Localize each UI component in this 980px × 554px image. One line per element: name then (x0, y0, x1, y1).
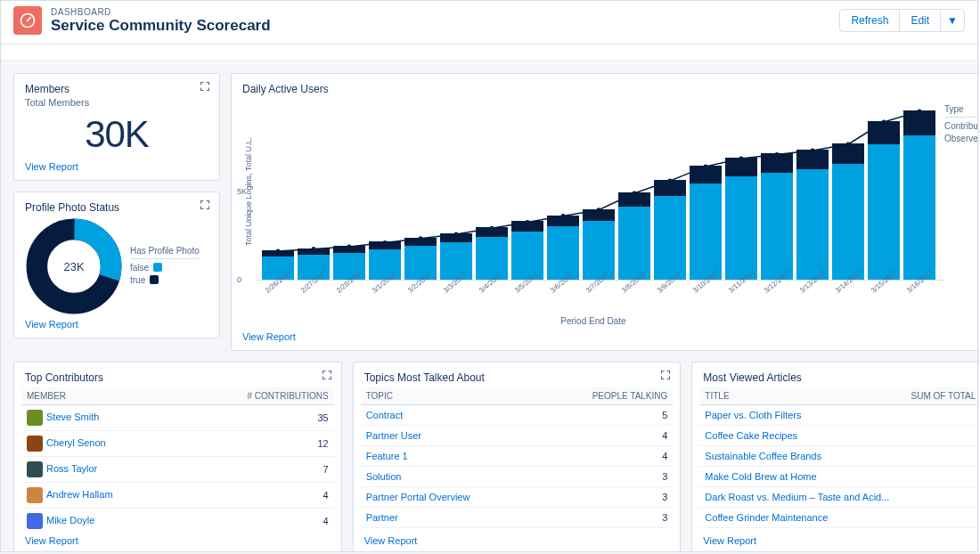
refresh-button[interactable]: Refresh (839, 9, 900, 32)
row-link[interactable]: Mike Doyle (46, 515, 94, 525)
row-value: 3 (539, 528, 673, 533)
topics-table: TOPIC PEOPLE TALKING Contract5Partner Us… (361, 387, 674, 532)
contributors-table: MEMBER # CONTRIBUTIONS Steve Smith35Cher… (21, 387, 334, 532)
bar-column (868, 121, 900, 280)
dau-card: Daily Active Users Total Unique Logins, … (231, 73, 978, 351)
table-row: Make Cold Brew at Home8 (699, 467, 978, 487)
row-value: 6 (902, 528, 978, 533)
row-link[interactable]: Ross Taylor (46, 463, 97, 474)
view-report-link[interactable]: View Report (242, 331, 296, 342)
row-value: 8 (902, 467, 978, 487)
x-axis-labels: 2/26/20172/27/20172/28/20173/1/20173/2/2… (242, 281, 944, 297)
row-value: 35 (185, 405, 334, 431)
avatar (27, 461, 43, 477)
table-row: Cheryl Senon12 (21, 431, 334, 457)
expand-icon[interactable] (660, 370, 671, 383)
row-link[interactable]: Partner User (366, 430, 421, 441)
row-value: 14 (902, 405, 978, 426)
row-link[interactable]: Andrew Hallam (46, 489, 113, 500)
donut-center-value: 23K (63, 260, 84, 273)
expand-icon[interactable] (200, 200, 210, 213)
legend-title: Type (944, 104, 978, 118)
x-axis-title: Period End Date (242, 316, 944, 326)
row-link[interactable]: Cheryl Senon (46, 437, 106, 448)
row-value: 8 (902, 487, 978, 508)
row-link[interactable]: Dark Roast vs. Medium – Taste and Acid..… (705, 492, 889, 502)
donut-legend: Has Profile Photo false true (130, 246, 200, 288)
expand-icon[interactable] (322, 370, 332, 383)
col-topic: TOPIC (361, 387, 539, 405)
row-value: 14 (902, 426, 978, 446)
view-report-link[interactable]: View Report (25, 161, 78, 172)
table-row: Partner3 (361, 508, 674, 528)
bar-legend: Type Contributor Observer (944, 104, 978, 143)
table-row: Contract5 (361, 405, 674, 426)
row-link[interactable]: Partner Portal Overview (366, 492, 470, 502)
members-card: Members Total Members 30K View Report (13, 73, 220, 181)
edit-button[interactable]: Edit (899, 9, 941, 32)
dashboard-icon (13, 6, 42, 35)
view-report-link[interactable]: View Report (703, 535, 978, 546)
legend-title: Has Profile Photo (130, 246, 200, 259)
donut-chart: 23K (25, 217, 123, 315)
articles-title: Most Viewed Articles (703, 371, 978, 384)
bar-column (725, 158, 757, 280)
avatar (27, 513, 43, 529)
header-label: DASHBOARD (51, 7, 839, 17)
articles-table: TITLE SUM OF TOTAL VIEWS Paper vs. Cloth… (699, 387, 978, 532)
bar-column (832, 143, 864, 280)
table-row: Dark Roast vs. Medium – Taste and Acid..… (699, 487, 978, 508)
row-link[interactable]: Sustainable Coffee Brands (705, 451, 821, 461)
caret-down-icon: ▼ (947, 14, 958, 27)
row-link[interactable]: Partner (366, 512, 398, 523)
expand-icon[interactable] (200, 81, 210, 94)
members-subtitle: Total Members (25, 97, 208, 108)
col-article-title: TITLE (699, 387, 902, 405)
table-row: Andrew Hallam4 (21, 483, 334, 509)
row-link[interactable]: Steve Smith (46, 411, 99, 422)
bar-column (761, 153, 793, 280)
bar-column (903, 110, 935, 280)
topics-title: Topics Most Talked About (364, 371, 670, 384)
col-member: MEMBER (21, 387, 185, 405)
table-row: Coffee Grinder Maintenance8 (699, 508, 978, 528)
y-tick-zero: 0 (237, 275, 241, 284)
row-link[interactable]: Coffee Cake Recipes (705, 430, 797, 441)
row-value: 3 (539, 487, 673, 508)
table-row: MArketing3 (361, 528, 674, 533)
y-tick: 5K (237, 187, 247, 196)
svg-point-1 (27, 20, 29, 22)
profile-photo-card: Profile Photo Status 23K Has Profile Pho… (13, 191, 220, 338)
table-row: Partner User4 (361, 426, 674, 446)
row-link[interactable]: Make Cold Brew at Home (705, 471, 816, 482)
bar-column (796, 150, 829, 280)
table-row: Steve Smith35 (21, 405, 334, 431)
col-contributions: # CONTRIBUTIONS (185, 387, 334, 405)
row-link[interactable]: Feature 1 (366, 451, 408, 461)
table-row: Matching a Grinder to a Brew System6 (699, 528, 978, 533)
view-report-link[interactable]: View Report (25, 535, 331, 546)
row-link[interactable]: Contract (366, 410, 404, 420)
more-actions-button[interactable]: ▼ (940, 9, 965, 32)
col-people: PEOPLE TALKING (539, 387, 673, 405)
row-link[interactable]: Coffee Grinder Maintenance (705, 512, 828, 523)
view-report-link[interactable]: View Report (25, 319, 78, 330)
bar-chart: 5K 0 (255, 102, 944, 281)
row-value: 10 (902, 446, 978, 467)
bar-column (618, 192, 650, 280)
row-link[interactable]: Paper vs. Cloth Filters (705, 410, 801, 420)
table-row: Mike Doyle4 (21, 509, 334, 533)
table-row: Coffee Cake Recipes14 (699, 426, 978, 446)
page-header: DASHBOARD Service Community Scorecard Re… (1, 1, 977, 45)
members-title: Members (25, 83, 208, 95)
row-value: 4 (185, 483, 334, 509)
view-report-link[interactable]: View Report (364, 535, 670, 546)
bar-column (690, 166, 722, 280)
row-value: 7 (185, 457, 334, 483)
row-link[interactable]: Solution (366, 471, 402, 482)
table-row: Sustainable Coffee Brands10 (699, 446, 978, 467)
articles-card: Most Viewed Articles TITLE SUM OF TOTAL … (691, 362, 978, 552)
table-row: Ross Taylor7 (21, 457, 334, 483)
table-row: Paper vs. Cloth Filters14 (699, 405, 978, 426)
sub-header-strip (1, 45, 977, 61)
